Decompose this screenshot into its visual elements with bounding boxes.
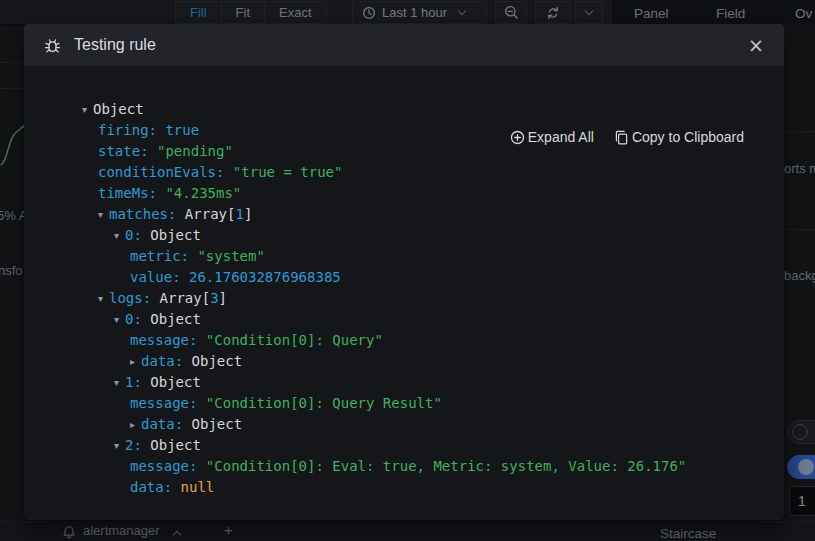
json-token-plain: Array[: [185, 206, 236, 222]
json-token-key: 0:: [125, 227, 150, 243]
json-tree-row: ▾matches: Array[1]: [24, 204, 784, 225]
json-token-str: "Condition[0]: Query Result": [206, 395, 442, 411]
expanded-toggle-icon[interactable]: ▾: [114, 435, 125, 456]
expanded-toggle-icon[interactable]: ▾: [98, 288, 109, 309]
testing-rule-modal: Testing rule × Expand All Copy to Clipbo…: [24, 24, 784, 520]
json-token-key: 1:: [125, 374, 150, 390]
json-token-plain: ]: [244, 206, 252, 222]
expand-all-button[interactable]: Expand All: [510, 129, 594, 145]
json-token-key: message:: [130, 458, 206, 474]
copy-icon: [614, 130, 629, 145]
json-token-key: firing:: [98, 122, 165, 138]
json-tree-row: ▸data: Object: [24, 414, 784, 435]
json-token-plain: Object: [192, 353, 243, 369]
json-token-key: conditionEvals:: [98, 164, 233, 180]
expanded-toggle-icon[interactable]: ▾: [114, 372, 125, 393]
json-token-num: 3: [210, 290, 218, 306]
modal-title: Testing rule: [74, 36, 156, 54]
json-tree-row: ▾logs: Array[3]: [24, 288, 784, 309]
json-tree-row: ▾2: Object: [24, 435, 784, 456]
json-tree-row: ▾0: Object: [24, 309, 784, 330]
json-tree-row: timeMs: "4.235ms": [24, 183, 784, 204]
copy-to-clipboard-label: Copy to Clipboard: [632, 129, 744, 145]
json-token-plain: Object: [150, 374, 201, 390]
json-token-null: null: [181, 479, 215, 495]
json-token-key: message:: [130, 332, 206, 348]
json-token-plain: Object: [192, 416, 243, 432]
plus-circle-icon: [510, 130, 525, 145]
json-token-key: state:: [98, 143, 157, 159]
json-tree-row: message: "Condition[0]: Query Result": [24, 393, 784, 414]
json-token-key: 2:: [125, 437, 150, 453]
json-token-plain: ]: [219, 290, 227, 306]
modal-header: Testing rule ×: [24, 24, 784, 66]
json-token-str: "4.235ms": [165, 185, 241, 201]
json-token-key: data:: [130, 479, 181, 495]
json-tree-row: metric: "system": [24, 246, 784, 267]
json-token-plain: Object: [150, 227, 201, 243]
bug-icon: [44, 37, 61, 54]
json-token-plain: Object: [93, 101, 144, 117]
collapsed-toggle-icon[interactable]: ▸: [130, 414, 141, 435]
json-token-key: data:: [141, 416, 192, 432]
json-token-key: message:: [130, 395, 206, 411]
json-token-key: 0:: [125, 311, 150, 327]
json-token-str: "system": [197, 248, 264, 264]
json-tree-row: data: null: [24, 477, 784, 498]
json-token-key: matches:: [109, 206, 185, 222]
json-token-str: "pending": [157, 143, 233, 159]
json-token-str: "Condition[0]: Query": [206, 332, 383, 348]
close-button[interactable]: ×: [748, 36, 764, 55]
expanded-toggle-icon[interactable]: ▾: [114, 225, 125, 246]
json-token-plain: Object: [150, 437, 201, 453]
json-token-plain: Array[: [160, 290, 211, 306]
json-token-num: 1: [235, 206, 243, 222]
json-token-plain: Object: [150, 311, 201, 327]
json-token-bool: true: [165, 122, 199, 138]
json-tree-row: message: "Condition[0]: Query": [24, 330, 784, 351]
json-actions: Expand All Copy to Clipboard: [510, 129, 744, 145]
screen: Fill Fit Exact Last 1 hour: [0, 0, 815, 541]
json-token-key: timeMs:: [98, 185, 165, 201]
json-token-key: logs:: [109, 290, 160, 306]
json-token-str: "true = true": [233, 164, 343, 180]
json-tree-row: ▾Object: [24, 99, 784, 120]
json-token-key: metric:: [130, 248, 197, 264]
json-token-num: 26.176032876968385: [189, 269, 341, 285]
copy-to-clipboard-button[interactable]: Copy to Clipboard: [614, 129, 744, 145]
json-tree-row: message: "Condition[0]: Eval: true, Metr…: [24, 456, 784, 477]
expanded-toggle-icon[interactable]: ▾: [82, 99, 93, 120]
json-token-key: value:: [130, 269, 189, 285]
json-token-str: "Condition[0]: Eval: true, Metric: syste…: [206, 458, 686, 474]
json-tree-row: conditionEvals: "true = true": [24, 162, 784, 183]
json-tree-row: ▾1: Object: [24, 372, 784, 393]
json-tree-row: value: 26.176032876968385: [24, 267, 784, 288]
collapsed-toggle-icon[interactable]: ▸: [130, 351, 141, 372]
expand-all-label: Expand All: [528, 129, 594, 145]
expanded-toggle-icon[interactable]: ▾: [114, 309, 125, 330]
expanded-toggle-icon[interactable]: ▾: [98, 204, 109, 225]
json-tree-row: ▾0: Object: [24, 225, 784, 246]
json-tree-row: ▸data: Object: [24, 351, 784, 372]
json-token-key: data:: [141, 353, 192, 369]
